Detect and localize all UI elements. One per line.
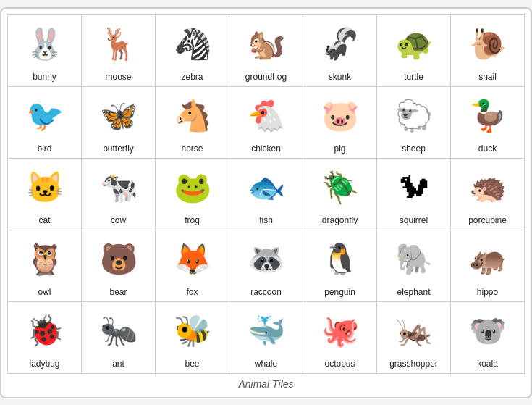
animal-cell-cow[interactable]: 🐄cow	[82, 159, 156, 230]
animal-label-squirrel: squirrel	[400, 215, 428, 225]
animal-label-turtle: turtle	[404, 72, 423, 82]
animal-cell-turtle[interactable]: 🐢turtle	[377, 15, 451, 87]
animal-emoji-grasshopper: 🦗	[388, 305, 440, 357]
animal-emoji-ant: 🐜	[93, 305, 145, 357]
animal-emoji-elephant: 🐘	[388, 233, 440, 285]
animal-label-bee: bee	[185, 359, 199, 369]
animal-cell-skunk[interactable]: 🦨skunk	[303, 15, 377, 87]
animal-emoji-fox: 🦊	[166, 233, 219, 285]
page-title: Animal Tiles	[7, 374, 525, 391]
animal-label-bird: bird	[37, 143, 51, 154]
animal-cell-frog[interactable]: 🐸frog	[156, 159, 229, 230]
animal-emoji-sheep: 🐑	[388, 90, 440, 142]
animal-emoji-koala: 🐨	[462, 305, 514, 357]
animal-cell-owl[interactable]: 🦉owl	[8, 230, 82, 302]
animal-label-bunny: bunny	[33, 72, 56, 82]
animal-emoji-cow: 🐄	[93, 162, 145, 214]
animal-label-elephant: elephant	[397, 287, 430, 297]
animal-label-horse: horse	[181, 143, 203, 154]
animal-emoji-frog: 🐸	[166, 162, 219, 214]
animal-label-moose: moose	[105, 72, 131, 82]
animal-emoji-squirrel: 🐿	[388, 162, 440, 214]
animal-cell-butterfly[interactable]: 🦋butterfly	[82, 87, 156, 159]
animal-emoji-dragonfly: 🪲	[314, 162, 366, 214]
animal-cell-squirrel[interactable]: 🐿squirrel	[377, 159, 451, 230]
animal-emoji-groundhog: 🐿️	[240, 18, 292, 70]
animal-label-snail: snail	[478, 72, 497, 82]
animal-cell-moose[interactable]: 🦌moose	[82, 15, 156, 87]
animal-cell-elephant[interactable]: 🐘elephant	[377, 230, 451, 302]
animal-emoji-bird: 🐦	[19, 90, 71, 142]
animal-label-ant: ant	[112, 359, 124, 369]
animal-cell-sheep[interactable]: 🐑sheep	[377, 87, 451, 159]
animal-cell-bird[interactable]: 🐦bird	[8, 87, 82, 159]
animal-emoji-bee: 🐝	[166, 305, 219, 357]
animal-cell-chicken[interactable]: 🐔chicken	[229, 87, 303, 159]
animal-label-bear: bear	[109, 287, 127, 297]
animal-label-fish: fish	[259, 215, 273, 225]
animal-emoji-cat: 🐱	[19, 162, 71, 214]
animal-cell-groundhog[interactable]: 🐿️groundhog	[229, 15, 303, 87]
animal-cell-pig[interactable]: 🐷pig	[303, 87, 377, 159]
animal-emoji-fish: 🐟	[240, 162, 292, 214]
animal-cell-duck[interactable]: 🦆duck	[451, 87, 525, 159]
animal-label-octopus: octopus	[324, 359, 355, 369]
animal-label-koala: koala	[477, 359, 498, 369]
animal-emoji-duck: 🦆	[462, 90, 514, 142]
animal-tiles-container: 🐰bunny🦌moose🦓zebra🐿️groundhog🦨skunk🐢turt…	[0, 7, 532, 398]
animal-cell-octopus[interactable]: 🐙octopus	[303, 302, 377, 374]
animal-label-pig: pig	[334, 143, 345, 154]
animal-cell-grasshopper[interactable]: 🦗grasshopper	[377, 302, 451, 374]
animal-label-dragonfly: dragonfly	[322, 215, 358, 225]
animal-label-fox: fox	[186, 287, 198, 297]
animal-cell-whale[interactable]: 🐳whale	[229, 302, 303, 374]
animal-label-groundhog: groundhog	[245, 72, 287, 82]
animal-emoji-butterfly: 🦋	[93, 90, 145, 142]
animal-cell-penguin[interactable]: 🐧penguin	[303, 230, 377, 302]
animal-label-ladybug: ladybug	[29, 359, 59, 369]
animal-emoji-octopus: 🐙	[314, 305, 366, 357]
animal-label-chicken: chicken	[251, 143, 281, 154]
animal-label-penguin: penguin	[324, 287, 355, 297]
animal-emoji-whale: 🐳	[240, 305, 292, 357]
animal-cell-snail[interactable]: 🐌snail	[451, 15, 525, 87]
animal-label-cat: cat	[38, 215, 50, 225]
animal-emoji-zebra: 🦓	[166, 18, 219, 70]
animal-label-sheep: sheep	[402, 143, 426, 154]
animal-cell-horse[interactable]: 🐴horse	[156, 87, 229, 159]
animal-label-zebra: zebra	[181, 72, 203, 82]
animal-cell-cat[interactable]: 🐱cat	[8, 159, 82, 230]
animal-grid: 🐰bunny🦌moose🦓zebra🐿️groundhog🦨skunk🐢turt…	[7, 14, 525, 374]
animal-emoji-moose: 🦌	[93, 18, 145, 70]
animal-emoji-raccoon: 🦝	[240, 233, 292, 285]
animal-emoji-bunny: 🐰	[19, 18, 71, 70]
animal-emoji-pig: 🐷	[314, 90, 366, 142]
animal-emoji-penguin: 🐧	[314, 233, 366, 285]
animal-label-grasshopper: grasshopper	[389, 359, 438, 369]
animal-label-whale: whale	[255, 359, 277, 369]
animal-cell-hippo[interactable]: 🦛hippo	[451, 230, 525, 302]
animal-label-hippo: hippo	[477, 287, 498, 297]
animal-cell-fox[interactable]: 🦊fox	[156, 230, 229, 302]
animal-cell-zebra[interactable]: 🦓zebra	[156, 15, 229, 87]
animal-label-duck: duck	[478, 143, 497, 154]
animal-cell-fish[interactable]: 🐟fish	[229, 159, 303, 230]
animal-emoji-hippo: 🦛	[462, 233, 514, 285]
animal-label-owl: owl	[38, 287, 51, 297]
animal-cell-bear[interactable]: 🐻bear	[82, 230, 156, 302]
animal-label-butterfly: butterfly	[103, 143, 134, 154]
animal-label-cow: cow	[111, 215, 126, 225]
animal-cell-porcupine[interactable]: 🦔porcupine	[451, 159, 525, 230]
animal-cell-raccoon[interactable]: 🦝raccoon	[229, 230, 303, 302]
animal-label-skunk: skunk	[329, 72, 351, 82]
animal-cell-ant[interactable]: 🐜ant	[82, 302, 156, 374]
animal-emoji-ladybug: 🐞	[19, 305, 71, 357]
animal-emoji-skunk: 🦨	[314, 18, 366, 70]
animal-cell-bunny[interactable]: 🐰bunny	[8, 15, 82, 87]
animal-label-porcupine: porcupine	[468, 215, 507, 225]
animal-emoji-snail: 🐌	[462, 18, 514, 70]
animal-cell-bee[interactable]: 🐝bee	[156, 302, 229, 374]
animal-cell-ladybug[interactable]: 🐞ladybug	[8, 302, 82, 374]
animal-cell-dragonfly[interactable]: 🪲dragonfly	[303, 159, 377, 230]
animal-cell-koala[interactable]: 🐨koala	[451, 302, 525, 374]
